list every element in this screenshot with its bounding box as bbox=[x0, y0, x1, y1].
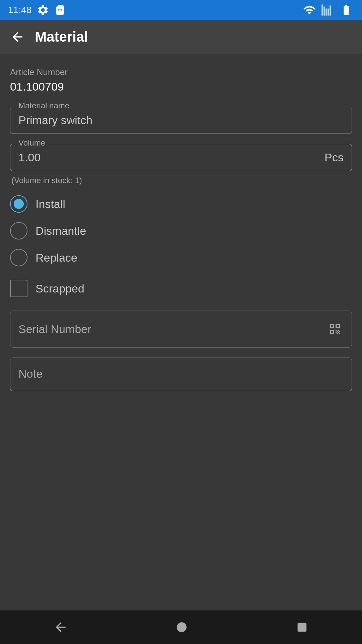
option-replace-label: Replace bbox=[36, 251, 77, 264]
qr-scan-icon[interactable] bbox=[326, 320, 344, 338]
option-dismantle[interactable]: Dismantle bbox=[10, 222, 352, 239]
nav-recent-icon bbox=[295, 621, 309, 634]
gear-icon bbox=[37, 4, 49, 16]
radio-install-dot bbox=[14, 199, 24, 209]
app-bar: Material bbox=[0, 20, 362, 54]
radio-dismantle[interactable] bbox=[10, 222, 27, 239]
option-replace[interactable]: Replace bbox=[10, 249, 352, 266]
svg-point-0 bbox=[177, 622, 186, 632]
bottom-nav-bar bbox=[0, 610, 362, 644]
option-install-label: Install bbox=[36, 198, 65, 211]
serial-number-placeholder: Serial Number bbox=[18, 323, 91, 336]
volume-input[interactable] bbox=[18, 151, 161, 164]
note-field[interactable]: Note bbox=[10, 358, 352, 391]
option-dismantle-label: Dismantle bbox=[36, 224, 86, 237]
radio-replace[interactable] bbox=[10, 249, 27, 266]
option-install[interactable]: Install bbox=[10, 195, 352, 213]
article-label: Article Number bbox=[10, 67, 352, 77]
volume-hint: (Volume in stock: 1) bbox=[10, 176, 352, 185]
material-name-field[interactable]: Material name bbox=[10, 107, 352, 134]
signal-icon bbox=[321, 4, 333, 16]
wifi-icon bbox=[303, 4, 316, 16]
scrapped-label: Scrapped bbox=[36, 282, 84, 295]
article-number: 01.100709 bbox=[10, 80, 352, 93]
radio-install[interactable] bbox=[10, 195, 27, 213]
volume-label: Volume bbox=[16, 138, 48, 148]
status-bar-right bbox=[303, 4, 354, 16]
note-placeholder: Note bbox=[18, 367, 43, 380]
back-button[interactable] bbox=[10, 30, 25, 44]
volume-unit: Pcs bbox=[324, 151, 344, 164]
status-time: 11:48 bbox=[8, 5, 32, 15]
scrapped-checkbox[interactable] bbox=[10, 280, 27, 297]
volume-field[interactable]: Volume Pcs bbox=[10, 144, 352, 171]
nav-back-button[interactable] bbox=[53, 620, 68, 635]
main-content: Article Number 01.100709 Material name V… bbox=[0, 54, 362, 405]
sd-card-icon bbox=[54, 4, 66, 16]
nav-recent-button[interactable] bbox=[295, 621, 309, 634]
nav-home-button[interactable] bbox=[174, 620, 189, 635]
options-group: Install Dismantle Replace bbox=[10, 195, 352, 266]
nav-home-icon bbox=[174, 620, 189, 635]
battery-icon bbox=[339, 4, 354, 16]
status-bar: 11:48 bbox=[0, 0, 362, 20]
scrapped-row[interactable]: Scrapped bbox=[10, 280, 352, 297]
back-arrow-icon bbox=[10, 30, 25, 44]
material-name-label: Material name bbox=[16, 101, 72, 110]
page-title: Material bbox=[35, 29, 88, 45]
status-bar-left: 11:48 bbox=[8, 4, 66, 16]
svg-rect-1 bbox=[298, 623, 307, 632]
serial-number-field[interactable]: Serial Number bbox=[10, 311, 352, 347]
nav-back-icon bbox=[53, 620, 68, 635]
material-name-input[interactable] bbox=[18, 114, 344, 127]
